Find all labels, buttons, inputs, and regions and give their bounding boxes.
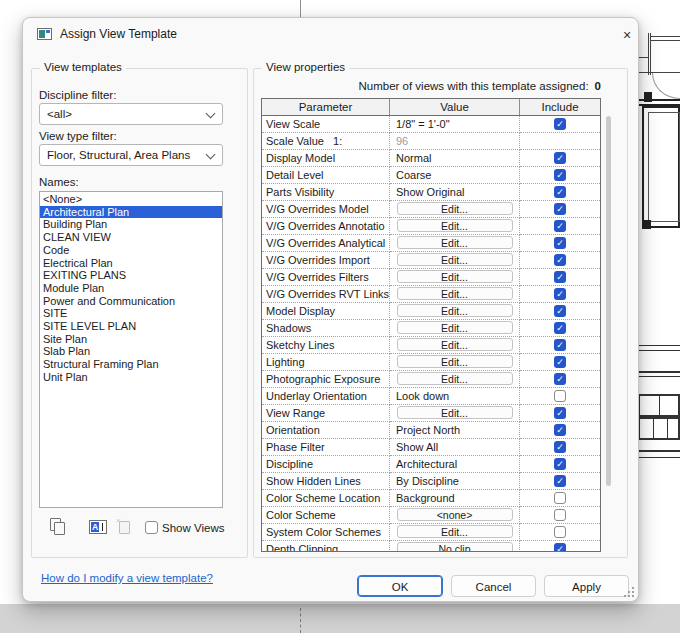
drawing-wall-line <box>634 345 680 351</box>
parameter-value[interactable]: Show All <box>390 439 519 455</box>
value-edit-button[interactable]: Edit... <box>397 304 513 317</box>
include-checkbox[interactable]: ✓ <box>554 118 566 130</box>
include-checkbox[interactable]: ✓ <box>554 169 566 181</box>
include-checkbox[interactable]: ✓ <box>554 186 566 198</box>
include-checkbox[interactable]: ✓ <box>554 373 566 385</box>
view-templates-group-label: View templates <box>40 61 126 73</box>
parameter-value-cell: Edit... <box>390 371 520 388</box>
parameter-value[interactable]: Project North <box>390 422 519 438</box>
include-checkbox[interactable]: ✓ <box>554 407 566 419</box>
dialog-titlebar[interactable]: Assign View Template × <box>23 18 638 52</box>
value-edit-button[interactable]: Edit... <box>397 287 513 300</box>
list-item[interactable]: Module Plan <box>40 282 222 295</box>
rename-template-button[interactable]: A <box>89 518 111 538</box>
parameter-value[interactable]: 1/8" = 1'-0" <box>390 116 519 132</box>
include-checkbox[interactable] <box>554 492 566 504</box>
include-checkbox[interactable]: ✓ <box>554 543 566 552</box>
list-item[interactable]: Site Plan <box>40 333 222 346</box>
drawing-fixture-divider <box>659 394 660 417</box>
resize-grip[interactable] <box>623 586 635 598</box>
duplicate-template-button[interactable] <box>49 518 71 538</box>
parameter-name: V/G Overrides Annotatio <box>262 218 390 235</box>
assign-view-template-dialog: Assign View Template × View templates Di… <box>22 17 639 602</box>
apply-button[interactable]: Apply <box>544 575 629 597</box>
parameter-value[interactable]: By Discipline <box>390 473 519 489</box>
discipline-filter-select[interactable]: <all> <box>39 103 223 125</box>
value-edit-button[interactable]: Edit... <box>397 321 513 334</box>
include-checkbox[interactable]: ✓ <box>554 203 566 215</box>
list-item[interactable]: Code <box>40 244 222 257</box>
parameter-value[interactable]: Normal <box>390 150 519 166</box>
list-item[interactable]: Slab Plan <box>40 345 222 358</box>
value-edit-button[interactable]: Edit... <box>397 270 513 283</box>
include-cell: ✓ <box>520 541 600 552</box>
include-checkbox[interactable]: ✓ <box>554 305 566 317</box>
value-edit-button[interactable]: Edit... <box>397 253 513 266</box>
drawing-fixture <box>638 417 680 440</box>
include-checkbox[interactable]: ✓ <box>554 152 566 164</box>
parameter-value[interactable]: Background <box>390 490 519 506</box>
parameter-name: Shadows <box>262 320 390 337</box>
ok-button[interactable]: OK <box>357 575 443 597</box>
list-item[interactable]: Electrical Plan <box>40 257 222 270</box>
parameter-name: Parts Visibility <box>262 184 390 201</box>
value-edit-button[interactable]: Edit... <box>397 372 513 385</box>
list-item[interactable]: EXITING PLANS <box>40 269 222 282</box>
names-listbox[interactable]: <None>Architectural PlanBuilding PlanCLE… <box>39 191 223 508</box>
parameter-value-cell: Edit... <box>390 354 520 371</box>
close-icon[interactable]: × <box>615 24 639 46</box>
table-row: DisciplineArchitectural✓ <box>262 456 600 473</box>
include-checkbox[interactable]: ✓ <box>554 441 566 453</box>
parameter-name: V/G Overrides Model <box>262 201 390 218</box>
table-scrollbar[interactable] <box>606 116 611 486</box>
include-checkbox[interactable]: ✓ <box>554 254 566 266</box>
include-checkbox[interactable] <box>554 390 566 402</box>
table-row: Sketchy LinesEdit...✓ <box>262 337 600 354</box>
list-item[interactable]: <None> <box>40 193 222 206</box>
help-link[interactable]: How do I modify a view template? <box>41 572 213 584</box>
show-views-checkbox[interactable] <box>145 521 158 534</box>
list-item[interactable]: Building Plan <box>40 218 222 231</box>
value-edit-button[interactable]: Edit... <box>397 219 513 232</box>
parameter-value[interactable]: Coarse <box>390 167 519 183</box>
value-edit-button[interactable]: No clip <box>397 542 513 552</box>
include-checkbox[interactable]: ✓ <box>554 424 566 436</box>
list-item[interactable]: Architectural Plan <box>40 206 222 219</box>
parameter-value[interactable]: Show Original <box>390 184 519 200</box>
value-edit-button[interactable]: Edit... <box>397 355 513 368</box>
include-checkbox[interactable]: ✓ <box>554 475 566 487</box>
include-checkbox[interactable]: ✓ <box>554 356 566 368</box>
list-item[interactable]: Power and Communication <box>40 295 222 308</box>
list-item[interactable]: Unit Plan <box>40 371 222 384</box>
include-checkbox[interactable]: ✓ <box>554 339 566 351</box>
parameter-value[interactable]: Architectural <box>390 456 519 472</box>
include-checkbox[interactable]: ✓ <box>554 288 566 300</box>
value-edit-button[interactable]: Edit... <box>397 338 513 351</box>
value-edit-button[interactable]: Edit... <box>397 525 513 538</box>
column-header-parameter: Parameter <box>262 99 390 115</box>
background-grid-line <box>300 0 301 18</box>
list-item[interactable]: SITE <box>40 307 222 320</box>
table-row: V/G Overrides ImportEdit...✓ <box>262 252 600 269</box>
list-item[interactable]: SITE LEVEL PLAN <box>40 320 222 333</box>
include-checkbox[interactable]: ✓ <box>554 220 566 232</box>
view-type-filter-select[interactable]: Floor, Structural, Area Plans <box>39 144 223 166</box>
value-edit-button[interactable]: <none> <box>397 508 513 521</box>
include-checkbox[interactable]: ✓ <box>554 237 566 249</box>
list-item[interactable]: Structural Framing Plan <box>40 358 222 371</box>
include-checkbox[interactable] <box>554 526 566 538</box>
include-checkbox[interactable] <box>554 509 566 521</box>
include-cell: ✓ <box>520 303 600 320</box>
list-item[interactable]: CLEAN VIEW <box>40 231 222 244</box>
include-checkbox[interactable]: ✓ <box>554 322 566 334</box>
include-checkbox[interactable]: ✓ <box>554 271 566 283</box>
cancel-button[interactable]: Cancel <box>451 575 536 597</box>
value-edit-button[interactable]: Edit... <box>397 406 513 419</box>
include-cell: ✓ <box>520 150 600 167</box>
value-edit-button[interactable]: Edit... <box>397 202 513 215</box>
parameter-value[interactable]: 96 <box>390 133 519 149</box>
value-edit-button[interactable]: Edit... <box>397 236 513 249</box>
include-checkbox[interactable]: ✓ <box>554 458 566 470</box>
parameter-value[interactable]: Look down <box>390 388 519 404</box>
table-row: Detail LevelCoarse✓ <box>262 167 600 184</box>
